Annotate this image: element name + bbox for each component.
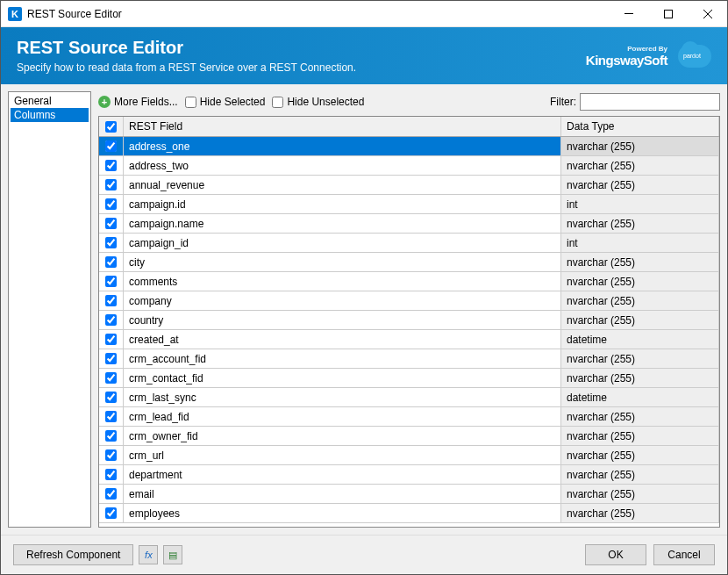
table-row[interactable]: address_twonvarchar (255) xyxy=(99,156,719,176)
hide-unselected-input[interactable] xyxy=(272,97,283,108)
row-field-cell[interactable]: crm_account_fid xyxy=(124,349,561,368)
row-checkbox[interactable] xyxy=(105,314,117,326)
select-all-checkbox[interactable] xyxy=(105,121,117,133)
row-type-cell[interactable]: nvarchar (255) xyxy=(561,485,719,503)
table-row[interactable]: campaign.idint xyxy=(99,195,719,214)
row-type-cell[interactable]: datetime xyxy=(561,330,719,349)
row-check-cell[interactable] xyxy=(99,253,124,271)
select-all-cell[interactable] xyxy=(99,117,124,136)
filter-input[interactable] xyxy=(580,93,720,111)
row-field-cell[interactable]: city xyxy=(124,253,561,271)
row-type-cell[interactable]: nvarchar (255) xyxy=(561,214,719,233)
row-type-cell[interactable]: nvarchar (255) xyxy=(561,291,719,310)
row-field-cell[interactable]: country xyxy=(124,311,561,329)
column-header-type[interactable]: Data Type xyxy=(561,117,719,136)
row-field-cell[interactable]: department xyxy=(124,465,561,484)
table-row[interactable]: crm_last_syncdatetime xyxy=(99,388,719,407)
row-checkbox[interactable] xyxy=(105,237,117,248)
row-type-cell[interactable]: nvarchar (255) xyxy=(561,272,719,291)
ok-button[interactable]: OK xyxy=(585,544,646,565)
row-type-cell[interactable]: nvarchar (255) xyxy=(561,137,719,155)
table-row[interactable]: employeesnvarchar (255) xyxy=(99,504,719,523)
row-type-cell[interactable]: datetime xyxy=(561,388,719,406)
row-type-cell[interactable]: nvarchar (255) xyxy=(561,156,719,175)
row-check-cell[interactable] xyxy=(99,504,124,522)
refresh-component-button[interactable]: Refresh Component xyxy=(13,544,133,565)
row-checkbox[interactable] xyxy=(105,392,117,403)
column-header-field[interactable]: REST Field xyxy=(124,117,561,136)
table-row[interactable]: commentsnvarchar (255) xyxy=(99,272,719,291)
row-checkbox[interactable] xyxy=(105,140,117,152)
row-field-cell[interactable]: comments xyxy=(124,272,561,291)
table-row[interactable]: companynvarchar (255) xyxy=(99,291,719,311)
more-fields-button[interactable]: + More Fields... xyxy=(98,96,178,108)
row-checkbox[interactable] xyxy=(105,179,117,190)
row-check-cell[interactable] xyxy=(99,427,124,445)
table-row[interactable]: crm_account_fidnvarchar (255) xyxy=(99,349,719,369)
row-field-cell[interactable]: company xyxy=(124,291,561,310)
row-field-cell[interactable]: annual_revenue xyxy=(124,176,561,194)
row-check-cell[interactable] xyxy=(99,369,124,387)
row-type-cell[interactable]: nvarchar (255) xyxy=(561,369,719,387)
row-checkbox[interactable] xyxy=(105,256,117,268)
cancel-button[interactable]: Cancel xyxy=(653,544,715,565)
table-row[interactable]: crm_owner_fidnvarchar (255) xyxy=(99,427,719,446)
expression-button[interactable]: fx xyxy=(139,545,158,564)
row-check-cell[interactable] xyxy=(99,214,124,233)
row-checkbox[interactable] xyxy=(105,411,117,422)
row-check-cell[interactable] xyxy=(99,291,124,310)
table-row[interactable]: crm_contact_fidnvarchar (255) xyxy=(99,369,719,388)
row-checkbox[interactable] xyxy=(105,430,117,442)
row-field-cell[interactable]: crm_lead_fid xyxy=(124,407,561,426)
documentation-button[interactable]: ▤ xyxy=(163,545,182,564)
table-row[interactable]: departmentnvarchar (255) xyxy=(99,465,719,485)
row-checkbox[interactable] xyxy=(105,334,117,345)
row-checkbox[interactable] xyxy=(105,160,117,171)
row-check-cell[interactable] xyxy=(99,234,124,252)
row-check-cell[interactable] xyxy=(99,349,124,368)
row-field-cell[interactable]: email xyxy=(124,485,561,503)
row-check-cell[interactable] xyxy=(99,485,124,503)
table-row[interactable]: created_atdatetime xyxy=(99,330,719,349)
close-button[interactable] xyxy=(688,1,727,27)
table-row[interactable]: annual_revenuenvarchar (255) xyxy=(99,176,719,195)
row-check-cell[interactable] xyxy=(99,272,124,291)
row-checkbox[interactable] xyxy=(105,218,117,229)
row-check-cell[interactable] xyxy=(99,176,124,194)
row-field-cell[interactable]: campaign.id xyxy=(124,195,561,213)
row-checkbox[interactable] xyxy=(105,469,117,480)
row-type-cell[interactable]: int xyxy=(561,195,719,213)
row-field-cell[interactable]: address_one xyxy=(124,137,561,155)
row-type-cell[interactable]: nvarchar (255) xyxy=(561,504,719,522)
table-row[interactable]: address_onenvarchar (255) xyxy=(99,137,719,156)
row-checkbox[interactable] xyxy=(105,449,117,461)
row-type-cell[interactable]: nvarchar (255) xyxy=(561,349,719,368)
row-type-cell[interactable]: nvarchar (255) xyxy=(561,253,719,271)
row-type-cell[interactable]: nvarchar (255) xyxy=(561,311,719,329)
table-row[interactable]: citynvarchar (255) xyxy=(99,253,719,272)
table-row[interactable]: crm_urlnvarchar (255) xyxy=(99,446,719,465)
row-field-cell[interactable]: created_at xyxy=(124,330,561,349)
table-row[interactable]: countrynvarchar (255) xyxy=(99,311,719,330)
row-check-cell[interactable] xyxy=(99,407,124,426)
row-check-cell[interactable] xyxy=(99,388,124,406)
row-checkbox[interactable] xyxy=(105,353,117,364)
row-check-cell[interactable] xyxy=(99,195,124,213)
row-type-cell[interactable]: nvarchar (255) xyxy=(561,446,719,464)
table-row[interactable]: crm_lead_fidnvarchar (255) xyxy=(99,407,719,427)
maximize-button[interactable] xyxy=(648,1,688,27)
row-field-cell[interactable]: crm_url xyxy=(124,446,561,464)
row-checkbox[interactable] xyxy=(105,372,117,384)
row-field-cell[interactable]: crm_last_sync xyxy=(124,388,561,406)
row-field-cell[interactable]: campaign_id xyxy=(124,234,561,252)
table-row[interactable]: campaign_idint xyxy=(99,234,719,253)
hide-unselected-checkbox[interactable]: Hide Unselected xyxy=(272,96,364,108)
row-checkbox[interactable] xyxy=(105,488,117,500)
sidebar-item-columns[interactable]: Columns xyxy=(11,108,89,122)
row-type-cell[interactable]: nvarchar (255) xyxy=(561,407,719,426)
hide-selected-checkbox[interactable]: Hide Selected xyxy=(185,96,266,108)
row-type-cell[interactable]: nvarchar (255) xyxy=(561,427,719,445)
row-checkbox[interactable] xyxy=(105,295,117,306)
row-check-cell[interactable] xyxy=(99,465,124,484)
row-checkbox[interactable] xyxy=(105,276,117,287)
